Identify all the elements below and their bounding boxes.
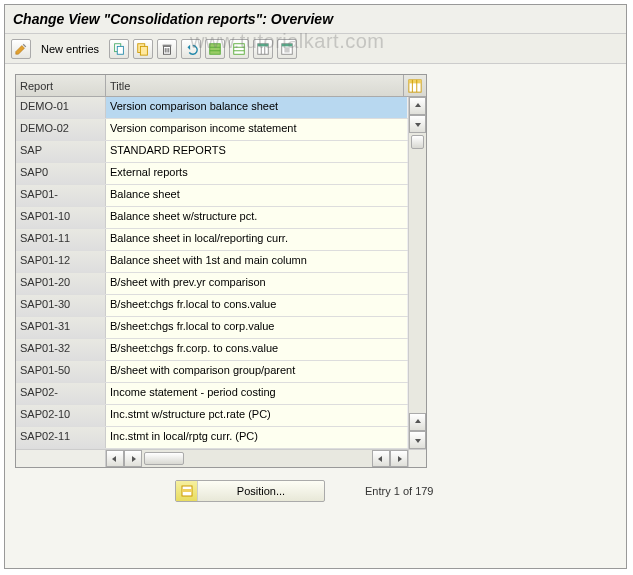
position-button[interactable]: Position... bbox=[175, 480, 325, 502]
table-row[interactable]: SAP01-32B/sheet:chgs fr.corp. to cons.va… bbox=[16, 339, 408, 361]
cell-title[interactable]: B/sheet with prev.yr comparison bbox=[106, 273, 408, 294]
cell-title[interactable]: Income statement - period costing bbox=[106, 383, 408, 404]
table-row[interactable]: SAP01-Balance sheet bbox=[16, 185, 408, 207]
sap-window: Change View "Consolidation reports": Ove… bbox=[4, 4, 627, 569]
table-row[interactable]: SAP02-11Inc.stmt in local/rptg curr. (PC… bbox=[16, 427, 408, 449]
position-label: Position... bbox=[198, 485, 324, 497]
cell-report[interactable]: DEMO-02 bbox=[16, 119, 106, 140]
copy-button[interactable] bbox=[133, 39, 153, 59]
column-header-report[interactable]: Report bbox=[16, 75, 106, 96]
cell-report[interactable]: SAP01-11 bbox=[16, 229, 106, 250]
svg-rect-12 bbox=[234, 43, 245, 54]
table-row[interactable]: SAP01-11Balance sheet in local/reporting… bbox=[16, 229, 408, 251]
cell-report[interactable]: SAP01-50 bbox=[16, 361, 106, 382]
cell-report[interactable]: SAP01-30 bbox=[16, 295, 106, 316]
position-icon bbox=[176, 481, 198, 501]
cell-title[interactable]: Balance sheet bbox=[106, 185, 408, 206]
cell-report[interactable]: SAP bbox=[16, 141, 106, 162]
scroll-corner bbox=[408, 450, 426, 467]
grid-rows: DEMO-01Version comparison balance sheetD… bbox=[16, 97, 408, 449]
svg-rect-16 bbox=[258, 43, 269, 46]
cell-report[interactable]: SAP02- bbox=[16, 383, 106, 404]
entry-status: Entry 1 of 179 bbox=[365, 485, 434, 497]
print-button[interactable] bbox=[277, 39, 297, 59]
copy-as-button[interactable] bbox=[109, 39, 129, 59]
grid-body: DEMO-01Version comparison balance sheetD… bbox=[16, 97, 426, 449]
table-settings-button[interactable] bbox=[253, 39, 273, 59]
svg-rect-27 bbox=[182, 489, 192, 492]
column-header-title[interactable]: Title bbox=[106, 75, 404, 96]
svg-rect-20 bbox=[282, 43, 293, 46]
svg-rect-9 bbox=[210, 43, 221, 54]
table-row[interactable]: SAPSTANDARD REPORTS bbox=[16, 141, 408, 163]
cell-report[interactable]: SAP02-11 bbox=[16, 427, 106, 448]
content-area: Report Title DEMO-01Version comparison b… bbox=[5, 64, 626, 568]
cell-title[interactable]: Version comparison balance sheet bbox=[106, 97, 408, 118]
cell-report[interactable]: SAP01-12 bbox=[16, 251, 106, 272]
svg-rect-21 bbox=[284, 47, 289, 52]
horizontal-scroll-thumb[interactable] bbox=[144, 452, 184, 465]
scroll-down-button[interactable] bbox=[409, 431, 426, 449]
svg-rect-5 bbox=[163, 44, 172, 46]
cell-title[interactable]: Version comparison income statement bbox=[106, 119, 408, 140]
cell-report[interactable]: SAP01-31 bbox=[16, 317, 106, 338]
cell-title[interactable]: B/sheet:chgs fr.local to cons.value bbox=[106, 295, 408, 316]
cell-title[interactable]: Balance sheet in local/reporting curr. bbox=[106, 229, 408, 250]
cell-report[interactable]: SAP01-10 bbox=[16, 207, 106, 228]
vertical-scroll-track[interactable] bbox=[409, 133, 426, 413]
table-row[interactable]: SAP01-31B/sheet:chgs fr.local to corp.va… bbox=[16, 317, 408, 339]
cell-report[interactable]: SAP01-20 bbox=[16, 273, 106, 294]
cell-title[interactable]: B/sheet with comparison group/parent bbox=[106, 361, 408, 382]
table-row[interactable]: SAP01-50B/sheet with comparison group/pa… bbox=[16, 361, 408, 383]
table-row[interactable]: SAP02-10Inc.stmt w/structure pct.rate (P… bbox=[16, 405, 408, 427]
cell-title[interactable]: Balance sheet w/structure pct. bbox=[106, 207, 408, 228]
vertical-scroll-thumb[interactable] bbox=[411, 135, 424, 149]
svg-rect-3 bbox=[140, 46, 147, 55]
scroll-up-small-button[interactable] bbox=[409, 413, 426, 431]
window-title: Change View "Consolidation reports": Ove… bbox=[5, 5, 626, 34]
scroll-right-small-button[interactable] bbox=[124, 450, 142, 467]
scroll-up-button[interactable] bbox=[409, 97, 426, 115]
table-row[interactable]: SAP01-20B/sheet with prev.yr comparison bbox=[16, 273, 408, 295]
cell-title[interactable]: Balance sheet with 1st and main column bbox=[106, 251, 408, 272]
table-row[interactable]: SAP0External reports bbox=[16, 163, 408, 185]
cell-report[interactable]: SAP01- bbox=[16, 185, 106, 206]
table-row[interactable]: SAP01-10Balance sheet w/structure pct. bbox=[16, 207, 408, 229]
undo-button[interactable] bbox=[181, 39, 201, 59]
cell-report[interactable]: SAP0 bbox=[16, 163, 106, 184]
svg-rect-23 bbox=[409, 79, 421, 83]
table-row[interactable]: SAP02-Income statement - period costing bbox=[16, 383, 408, 405]
svg-rect-1 bbox=[117, 46, 123, 54]
scroll-right-button[interactable] bbox=[390, 450, 408, 467]
hscroll-gutter bbox=[16, 450, 106, 467]
toolbar: www.tutorialkart.com New entries bbox=[5, 34, 626, 64]
select-all-button[interactable] bbox=[205, 39, 225, 59]
table-row[interactable]: SAP01-30B/sheet:chgs fr.local to cons.va… bbox=[16, 295, 408, 317]
scroll-down-small-button[interactable] bbox=[409, 115, 426, 133]
scroll-left-button[interactable] bbox=[106, 450, 124, 467]
horizontal-scroll-track[interactable] bbox=[142, 450, 372, 467]
deselect-all-button[interactable] bbox=[229, 39, 249, 59]
cell-title[interactable]: B/sheet:chgs fr.local to corp.value bbox=[106, 317, 408, 338]
cell-title[interactable]: B/sheet:chgs fr.corp. to cons.value bbox=[106, 339, 408, 360]
table-row[interactable]: SAP01-12Balance sheet with 1st and main … bbox=[16, 251, 408, 273]
cell-title[interactable]: Inc.stmt w/structure pct.rate (PC) bbox=[106, 405, 408, 426]
change-toggle-button[interactable] bbox=[11, 39, 31, 59]
cell-report[interactable]: SAP02-10 bbox=[16, 405, 106, 426]
footer: Position... Entry 1 of 179 bbox=[15, 468, 616, 510]
cell-title[interactable]: STANDARD REPORTS bbox=[106, 141, 408, 162]
table-row[interactable]: DEMO-02Version comparison income stateme… bbox=[16, 119, 408, 141]
column-config-button[interactable] bbox=[404, 75, 426, 96]
cell-report[interactable]: DEMO-01 bbox=[16, 97, 106, 118]
grid: Report Title DEMO-01Version comparison b… bbox=[15, 74, 427, 468]
table-row[interactable]: DEMO-01Version comparison balance sheet bbox=[16, 97, 408, 119]
vertical-scrollbar[interactable] bbox=[408, 97, 426, 449]
grid-header: Report Title bbox=[16, 75, 426, 97]
scroll-left-small-button[interactable] bbox=[372, 450, 390, 467]
new-entries-button[interactable]: New entries bbox=[35, 39, 105, 59]
horizontal-scrollbar[interactable] bbox=[16, 449, 426, 467]
cell-title[interactable]: Inc.stmt in local/rptg curr. (PC) bbox=[106, 427, 408, 448]
delete-button[interactable] bbox=[157, 39, 177, 59]
cell-title[interactable]: External reports bbox=[106, 163, 408, 184]
cell-report[interactable]: SAP01-32 bbox=[16, 339, 106, 360]
